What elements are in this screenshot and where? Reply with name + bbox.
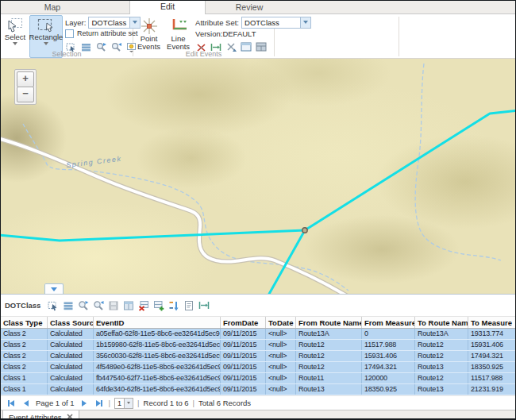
column-header[interactable]: To Measure	[468, 317, 516, 329]
table-cell: 15931.406	[468, 340, 516, 351]
table-cell: Calculated	[48, 384, 94, 395]
attribute-set-label: Attribute Set:	[195, 18, 239, 27]
table-cell: 4f5489e0-62f8-11e5-8bc6-ee32641d5ec9	[94, 362, 221, 373]
route-event-west	[1, 230, 305, 241]
table-cell: fb447540-62f7-11e5-8bc6-ee32641d5ec9	[94, 373, 221, 384]
tab-review[interactable]: Review	[212, 1, 287, 13]
bottom-tabstrip: Event Attributes	[1, 410, 515, 420]
pan-to-selection-icon[interactable]	[92, 299, 104, 311]
notes-icon[interactable]	[183, 299, 194, 311]
table-cell: Class 2	[1, 351, 48, 362]
tab-edit[interactable]: Edit	[129, 0, 206, 14]
zoom-out-button[interactable]: −	[17, 87, 34, 102]
column-header[interactable]: To Route Name	[415, 317, 468, 329]
map-canvas[interactable]: Spring Creek + −	[1, 59, 515, 294]
column-header[interactable]: From Route Name	[296, 317, 362, 329]
table-toolbar: DOTClass	[1, 295, 515, 317]
close-tab-icon[interactable]	[67, 413, 73, 420]
selection-list-icon[interactable]	[62, 299, 74, 311]
page-number-dropdown-button[interactable]	[124, 399, 133, 408]
edit-measures-icon[interactable]	[198, 299, 210, 311]
zoom-to-selection-icon[interactable]	[77, 299, 89, 311]
table-cell: 64fde340-62f8-11e5-8bc6-ee32641d5ec9	[94, 384, 221, 395]
tab-map[interactable]: Map	[15, 1, 90, 13]
sort-records-icon[interactable]	[168, 299, 179, 311]
column-header[interactable]: FromDate	[221, 317, 266, 329]
table-cell: Route13	[415, 384, 468, 395]
creek-right	[415, 64, 501, 260]
pagination-bar: Page 1 of 1 | 1 | Record 1 to 6 | Total …	[1, 395, 515, 410]
attribute-set-combobox[interactable]: DOTClass	[241, 17, 311, 29]
map-features	[1, 59, 515, 294]
table-cell: 11517.988	[362, 340, 415, 351]
table-cell: 19313.774	[468, 329, 516, 340]
road	[1, 138, 348, 294]
column-header[interactable]: ToDate	[266, 317, 296, 329]
column-header[interactable]: From Measure	[362, 317, 415, 329]
ribbon-body: Select Rectangle Layer: DOTClass	[1, 14, 515, 59]
previous-page-button[interactable]	[21, 399, 32, 408]
attribute-set-dropdown-button[interactable]	[300, 17, 310, 28]
first-page-button[interactable]	[6, 399, 17, 408]
selection-group: Select Rectangle Layer: DOTClass	[1, 14, 133, 58]
table-cell: <null>	[266, 351, 296, 362]
rectangle-dropdown-caret-icon[interactable]	[44, 42, 48, 45]
table-cell: Calculated	[48, 373, 94, 384]
table-row[interactable]: Class 2Calculateda05effa0-62f8-11e5-8bc6…	[1, 329, 516, 340]
line-events-icon	[169, 17, 188, 35]
table-cell: Route13A	[415, 329, 468, 340]
table-cell: 09/11/2015	[221, 329, 266, 340]
delete-records-icon[interactable]	[137, 299, 149, 311]
edit-events-group: Point Events Line Events Attribute Set:	[133, 14, 274, 58]
return-attribute-set-checkbox[interactable]	[65, 29, 74, 38]
table-cell: 11517.988	[468, 373, 516, 384]
attribute-window-icon[interactable]	[122, 299, 134, 311]
table-cell: Route13A	[296, 329, 362, 340]
column-header[interactable]: EventID	[94, 317, 221, 329]
select-features-icon[interactable]	[47, 299, 59, 311]
table-row[interactable]: Class 1Calculatedfb447540-62f7-11e5-8bc6…	[1, 373, 516, 384]
table-cell: Route12	[296, 351, 362, 362]
table-row[interactable]: Class 1Calculated64fde340-62f8-11e5-8bc6…	[1, 384, 516, 395]
save-edits-icon[interactable]	[107, 299, 119, 311]
panel-collapse-handle[interactable]	[44, 283, 64, 294]
next-page-button[interactable]	[79, 399, 90, 408]
table-cell: Class 2	[1, 329, 48, 340]
column-header[interactable]: Class Source	[48, 317, 94, 329]
table-row[interactable]: Class 2Calculated4f5489e0-62f8-11e5-8bc6…	[1, 362, 516, 373]
table-cell: <null>	[266, 384, 296, 395]
table-row[interactable]: Class 2Calculated1b159980-62f8-11e5-8bc6…	[1, 340, 516, 351]
route-event-northeast	[305, 110, 515, 230]
last-page-button[interactable]	[94, 399, 105, 408]
table-cell: Calculated	[48, 340, 94, 351]
table-cell: 0	[362, 329, 415, 340]
point-events-icon	[140, 17, 159, 35]
table-cell: 17494.321	[468, 351, 516, 362]
tab-event-attributes[interactable]: Event Attributes	[2, 410, 79, 420]
return-attribute-set-label: Return attribute set	[77, 29, 138, 37]
pager-separator: |	[137, 399, 139, 407]
pager-separator: |	[193, 399, 194, 407]
table-cell: Route11	[296, 373, 362, 384]
app-window: Map Edit Review Select	[0, 0, 516, 420]
version-label: Version:DEFAULT	[195, 29, 256, 38]
table-cell: 1b159980-62f8-11e5-8bc6-ee32641d5ec9	[94, 340, 221, 351]
table-cell: Class 2	[1, 340, 48, 351]
collapse-arrow-icon	[51, 287, 57, 291]
table-cell: 356c0030-62f8-11e5-8bc6-ee32641d5ec9	[94, 351, 221, 362]
page-text: Page 1 of 1	[36, 399, 75, 407]
table-cell: <null>	[266, 373, 296, 384]
table-cell: 18350.925	[362, 384, 415, 395]
page-number-combobox[interactable]: 1	[114, 398, 133, 409]
table-cell: <null>	[266, 329, 296, 340]
record-range-text: Record 1 to 6	[144, 399, 189, 407]
table-cell: Calculated	[48, 362, 94, 373]
table-cell: Class 1	[1, 384, 48, 395]
table-row[interactable]: Class 2Calculated356c0030-62f8-11e5-8bc6…	[1, 351, 516, 362]
zoom-in-button[interactable]: +	[17, 71, 34, 87]
attribute-table: Class TypeClass SourceEventIDFromDateToD…	[1, 317, 516, 395]
add-records-icon[interactable]	[152, 299, 164, 311]
select-dropdown-caret-icon[interactable]	[13, 42, 17, 45]
column-header[interactable]: Class Type	[1, 317, 48, 329]
table-cell: <null>	[266, 362, 296, 373]
